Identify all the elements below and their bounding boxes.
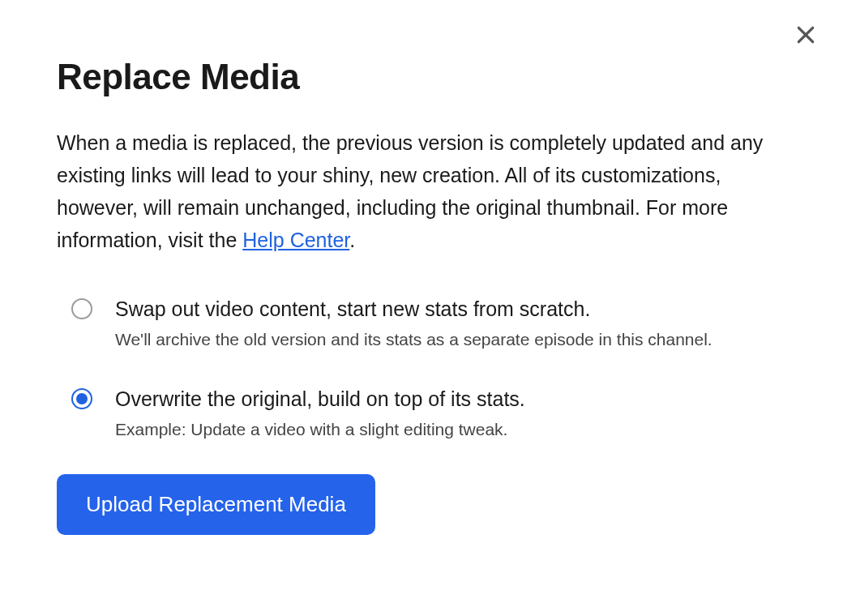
help-center-link[interactable]: Help Center — [242, 229, 349, 251]
close-button[interactable] — [793, 23, 819, 49]
description-text-pre: When a media is replaced, the previous v… — [57, 131, 763, 251]
option-swap-text: Swap out video content, start new stats … — [115, 295, 786, 353]
close-icon — [795, 24, 816, 48]
dialog-content: Replace Media When a media is replaced, … — [0, 0, 843, 535]
option-swap-label: Swap out video content, start new stats … — [115, 295, 786, 323]
dialog-description: When a media is replaced, the previous v… — [57, 126, 786, 256]
radio-swap[interactable] — [71, 298, 92, 319]
option-swap[interactable]: Swap out video content, start new stats … — [71, 295, 786, 353]
dialog-title: Replace Media — [57, 57, 786, 97]
option-overwrite-sub: Example: Update a video with a slight ed… — [115, 417, 786, 443]
option-swap-sub: We'll archive the old version and its st… — [115, 327, 786, 353]
upload-replacement-button[interactable]: Upload Replacement Media — [57, 474, 375, 535]
description-text-post: . — [349, 229, 355, 251]
radio-overwrite[interactable] — [71, 388, 92, 409]
option-overwrite-text: Overwrite the original, build on top of … — [115, 385, 786, 443]
replace-options: Swap out video content, start new stats … — [57, 295, 786, 442]
option-overwrite-label: Overwrite the original, build on top of … — [115, 385, 786, 413]
option-overwrite[interactable]: Overwrite the original, build on top of … — [71, 385, 786, 443]
